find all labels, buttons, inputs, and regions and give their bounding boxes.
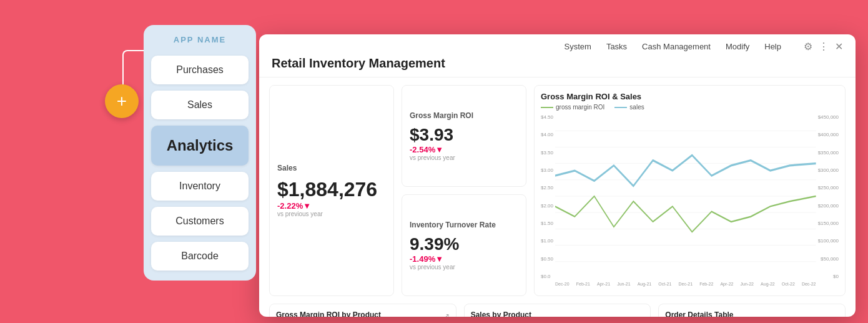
inventory-turnover-vs: vs previous year: [410, 264, 518, 271]
main-window: System Tasks Cash Management Modify Help…: [259, 34, 856, 317]
sales-by-product-card: Sales by Product ⊞ Total sales : 8M: [464, 304, 651, 317]
x-label-jun22: Jun-22: [741, 282, 754, 286]
x-label-oct21: Oct-21: [658, 282, 671, 286]
legend-label-sales: sales: [629, 104, 644, 111]
chart-legend: gross margin ROI sales: [541, 104, 839, 111]
inventory-turnover-value: 9.39%: [410, 234, 518, 254]
gross-margin-roi-title: Gross Margin ROI: [410, 111, 518, 120]
sales-title: Sales: [277, 164, 386, 172]
y-left-3: $3.50: [541, 150, 553, 156]
menu-bar: System Tasks Cash Management Modify Help…: [259, 34, 856, 52]
order-details-title: Order Details Table: [665, 311, 839, 317]
x-label-feb22: Feb-22: [699, 282, 713, 286]
gross-margin-roi-card: Gross Margin ROI $3.93 -2.54%▼ vs previo…: [402, 85, 526, 187]
y-right-6: $200,000: [818, 203, 839, 209]
menu-system[interactable]: System: [565, 42, 591, 51]
y-right-1: $450,000: [818, 114, 839, 120]
gross-margin-by-product-title: Gross Margin ROI by Product: [276, 311, 381, 317]
x-label-jun21: Jun-21: [617, 282, 630, 286]
y-left-5: $2.50: [541, 185, 553, 191]
y-right-10: $0: [818, 274, 839, 279]
roi-column: Gross Margin ROI $3.93 -2.54%▼ vs previo…: [402, 85, 526, 296]
sidebar-item-purchases[interactable]: Purchases: [151, 56, 249, 84]
plus-icon: +: [117, 91, 127, 111]
y-right-8: $100,000: [818, 238, 839, 244]
y-left-2: $4.00: [541, 132, 553, 137]
bottom-row: Gross Margin ROI by Product ↗ bread burg…: [259, 304, 856, 317]
close-icon[interactable]: ✕: [835, 41, 843, 52]
gross-margin-by-product-card: Gross Margin ROI by Product ↗ bread burg…: [269, 304, 456, 317]
y-right-7: $150,000: [818, 221, 839, 226]
gross-margin-roi-value: $3.93: [410, 125, 518, 145]
sales-change: -2.22%▼: [277, 201, 386, 211]
y-right-9: $50,000: [818, 256, 839, 262]
sales-by-product-title: Sales by Product: [471, 311, 644, 317]
menu-modify[interactable]: Modify: [726, 42, 749, 51]
x-label-aug21: Aug-21: [638, 282, 652, 286]
y-left-9: $0.50: [541, 256, 553, 262]
sidebar-item-customers[interactable]: Customers: [151, 207, 249, 236]
gross-margin-roi-change: -2.54%▼: [410, 145, 518, 154]
menu-tasks[interactable]: Tasks: [606, 42, 627, 51]
inventory-turnover-change: -1.49%▼: [410, 254, 518, 264]
legend-dot-gross-margin: [541, 107, 553, 108]
sidebar-item-sales[interactable]: Sales: [151, 91, 249, 119]
y-right-3: $350,000: [818, 150, 839, 156]
app-name: APP NAME: [151, 35, 249, 44]
menu-cash-management[interactable]: Cash Management: [642, 42, 711, 51]
y-left-8: $1.00: [541, 238, 553, 244]
x-label-aug22: Aug-22: [761, 282, 775, 286]
add-button[interactable]: +: [105, 84, 139, 118]
y-left-10: $0.0: [541, 274, 553, 279]
x-label-dec20: Dec-20: [555, 282, 570, 286]
settings-icon[interactable]: ⚙: [804, 41, 812, 52]
menu-help[interactable]: Help: [764, 42, 781, 51]
line-chart-svg: [555, 114, 816, 278]
order-details-card: Order Details Table SKU ⇅ type ⇅ ordered…: [658, 304, 846, 317]
y-right-2: $400,000: [818, 132, 839, 137]
gross-margin-chart-title: Gross Margin ROI & Sales: [541, 92, 839, 101]
x-label-dec21: Dec-21: [678, 282, 693, 286]
x-label-apr21: Apr-21: [597, 282, 610, 286]
sidebar: APP NAME Purchases Sales Analytics Inven…: [144, 25, 256, 281]
legend-gross-margin: gross margin ROI: [541, 104, 604, 111]
gross-margin-roi-vs: vs previous year: [410, 154, 518, 161]
y-left-4: $3.00: [541, 167, 553, 173]
x-label-feb21: Feb-21: [576, 282, 590, 286]
y-right-4: $300,000: [818, 167, 839, 173]
inventory-turnover-card: Inventory Turnover Rate 9.39% -1.49%▼ vs…: [402, 194, 526, 296]
sidebar-item-inventory[interactable]: Inventory: [151, 172, 249, 201]
legend-sales: sales: [614, 104, 644, 111]
sales-vs-text: vs previous year: [277, 211, 386, 217]
sales-value: $1,884,276: [277, 177, 386, 201]
dashboard: Sales $1,884,276 -2.22%▼ vs previous yea…: [259, 77, 856, 304]
legend-label-gross-margin: gross margin ROI: [556, 104, 604, 111]
window-title: Retail Inventory Management: [259, 52, 856, 77]
y-left-6: $2.00: [541, 203, 553, 209]
sidebar-item-analytics[interactable]: Analytics: [151, 126, 249, 166]
x-label-apr22: Apr-22: [720, 282, 733, 286]
y-right-5: $250,000: [818, 185, 839, 191]
x-label-oct22: Oct-22: [782, 282, 795, 286]
window-controls: ⚙ ⋮ ✕: [804, 41, 843, 52]
more-icon[interactable]: ⋮: [819, 41, 829, 52]
expand-icon[interactable]: ↗: [443, 312, 450, 317]
x-label-dec22: Dec-22: [802, 282, 816, 286]
y-left-1: $4.50: [541, 114, 553, 120]
sidebar-item-barcode[interactable]: Barcode: [151, 242, 249, 271]
inventory-turnover-title: Inventory Turnover Rate: [410, 221, 518, 229]
legend-dot-sales: [614, 107, 627, 108]
y-left-7: $1.50: [541, 221, 553, 226]
sales-card: Sales $1,884,276 -2.22%▼ vs previous yea…: [269, 85, 394, 296]
gross-margin-chart: Gross Margin ROI & Sales gross margin RO…: [534, 85, 846, 296]
